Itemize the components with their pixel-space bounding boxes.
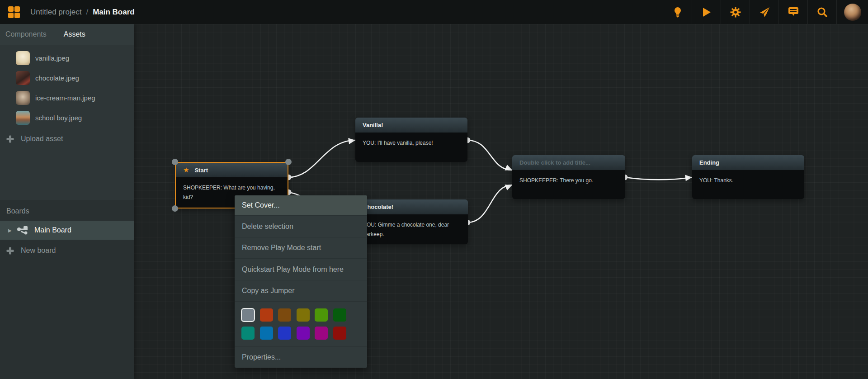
account-menu[interactable] [836,0,868,24]
play-icon [702,7,711,18]
menu-item-remove-play-mode-start[interactable]: Remove Play Mode start [235,237,367,258]
board-name: Main Board [34,226,71,234]
color-swatch[interactable] [241,327,255,340]
selection-handle[interactable] [172,159,178,165]
app-grid-icon[interactable] [8,6,20,18]
comment-bubble-icon [788,7,799,17]
gear-icon [730,7,741,18]
asset-thumbnail [16,51,30,65]
expand-caret-icon[interactable]: ▶ [8,228,17,233]
asset-name: school boy.jpeg [35,114,82,122]
node-content[interactable]: SHOPKEEPER: There you go. [512,170,625,199]
breadcrumb: Untitled project / Main Board [30,0,135,24]
asset-thumbnail [16,71,30,85]
asset-name: vanilla.jpeg [35,54,69,62]
menu-item-copy-as-jumper[interactable]: Copy as Jumper [235,280,367,301]
new-board-label: New board [21,246,56,255]
context-menu: Set Cover... Delete selection Remove Pla… [235,195,367,368]
node-chocolate[interactable]: Chocolate! YOU: Gimme a chocolate one, d… [356,199,468,244]
color-swatch[interactable] [333,327,346,340]
node-content[interactable]: YOU: Gimme a chocolate one, dear barkeep… [356,214,468,244]
node-title: Chocolate! [363,204,393,210]
node-content[interactable]: YOU: I'll have vanilla, please! [355,133,467,162]
node-title-placeholder: Double click to add title... [519,159,590,166]
comments-button[interactable] [778,0,807,24]
boards-section: Boards ▶ Main Board New board [0,200,134,379]
share-button[interactable] [750,0,778,24]
sidebar: Components Assets vanilla.jpeg chocolate… [0,24,134,379]
menu-item-delete-selection[interactable]: Delete selection [235,215,367,237]
sidebar-tabs: Components Assets [0,24,134,45]
boards-header: Boards [0,200,134,221]
asset-item-vanilla[interactable]: vanilla.jpeg [0,48,134,68]
color-swatch[interactable] [260,327,273,340]
settings-button[interactable] [721,0,750,24]
lightbulb-icon [673,7,683,18]
node-content[interactable]: YOU: Thanks. [692,170,804,199]
asset-name: chocolate.jpeg [35,74,79,82]
menu-item-properties[interactable]: Properties... [235,346,367,367]
plus-icon [6,246,14,255]
color-swatch[interactable] [278,327,291,340]
menu-item-set-cover[interactable]: Set Cover... [235,195,367,215]
search-icon [817,7,827,17]
tab-components[interactable]: Components [0,30,52,38]
color-swatch[interactable] [297,308,310,322]
plus-icon [6,135,14,143]
play-mode-button[interactable] [692,0,721,24]
breadcrumb-board: Main Board [93,8,135,17]
breadcrumb-project[interactable]: Untitled project [30,8,81,17]
asset-list: vanilla.jpeg chocolate.jpeg ice-cream-ma… [0,45,134,147]
asset-item-chocolate[interactable]: chocolate.jpeg [0,68,134,88]
play-mode-start-star-icon: ★ [183,166,189,174]
top-bar: Untitled project / Main Board [0,0,868,24]
search-button[interactable] [807,0,836,24]
tab-assets[interactable]: Assets [58,30,91,38]
node-untitled[interactable]: Double click to add title... SHOPKEEPER:… [512,155,625,199]
asset-thumbnail [16,91,30,105]
breadcrumb-separator: / [86,8,88,17]
top-bar-actions [663,0,868,24]
asset-name: ice-cream-man.jpeg [35,94,95,102]
color-swatch[interactable] [260,308,273,322]
node-title-bar[interactable]: Ending [692,155,804,170]
asset-item-school-boy[interactable]: school boy.jpeg [0,108,134,128]
node-vanilla[interactable]: Vanilla! YOU: I'll have vanilla, please! [355,118,467,162]
node-title-bar[interactable]: Vanilla! [355,118,467,133]
node-title: Vanilla! [363,122,383,128]
asset-item-ice-cream-man[interactable]: ice-cream-man.jpeg [0,88,134,108]
node-ending[interactable]: Ending YOU: Thanks. [692,155,804,199]
board-item-main-board[interactable]: ▶ Main Board [0,221,134,240]
node-title-bar[interactable]: ★ Start [176,163,288,177]
color-swatch[interactable] [315,308,328,322]
menu-item-quickstart-play-mode[interactable]: Quickstart Play Mode from here [235,258,367,280]
hints-button[interactable] [663,0,692,24]
node-title-bar[interactable]: Double click to add title... [512,155,625,170]
color-swatch[interactable] [297,327,310,340]
paper-plane-icon [759,7,770,18]
node-title: Ending [699,159,719,166]
user-avatar[interactable] [844,4,861,21]
color-swatch[interactable] [315,327,328,340]
color-swatch[interactable] [241,308,255,322]
board-flowchart-icon [17,226,28,235]
asset-thumbnail [16,111,30,125]
node-title-bar[interactable]: Chocolate! [356,199,468,214]
app-window: ★ Start SHOPKEEPER: What are you having,… [0,0,868,379]
selection-handle[interactable] [172,205,178,212]
color-swatch[interactable] [278,308,291,322]
new-board-button[interactable]: New board [0,242,134,260]
upload-asset-button[interactable]: Upload asset [0,131,134,147]
selection-handle[interactable] [285,159,292,165]
color-swatch[interactable] [333,308,346,322]
node-title: Start [194,167,208,174]
upload-asset-label: Upload asset [21,135,63,143]
color-swatch-picker [235,301,367,346]
